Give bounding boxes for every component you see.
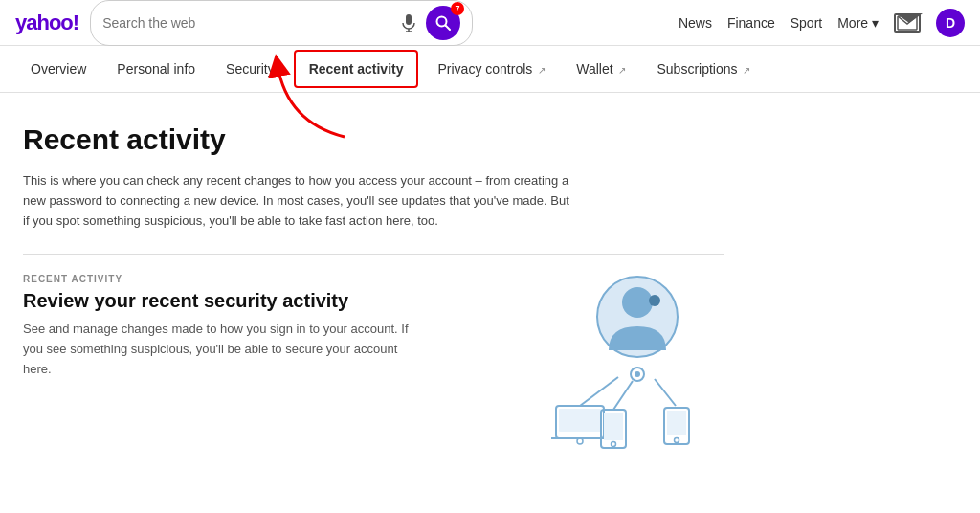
- nav-more[interactable]: More ▾: [837, 15, 879, 31]
- subnav-subscriptions[interactable]: Subscriptions ↗: [641, 48, 766, 90]
- svg-rect-22: [667, 411, 686, 435]
- user-avatar[interactable]: D: [936, 9, 965, 37]
- nav-news[interactable]: News: [679, 15, 712, 31]
- nav-links: News Finance Sport More ▾ D: [679, 9, 965, 37]
- activity-section: RECENT ACTIVITY Review your recent secur…: [23, 274, 724, 458]
- svg-point-20: [612, 442, 616, 447]
- privacy-ext-icon: ↗: [538, 65, 546, 76]
- svg-rect-19: [604, 413, 623, 440]
- subs-ext-icon: ↗: [743, 65, 750, 76]
- sub-nav: Overview Personal info Security Recent a…: [0, 46, 980, 93]
- page-title: Recent activity: [23, 123, 724, 156]
- mic-button[interactable]: [395, 10, 422, 36]
- svg-line-4: [446, 25, 451, 30]
- illustration: [513, 264, 724, 458]
- page-description: This is where you can check any recent c…: [23, 171, 578, 231]
- subnav-privacy-controls[interactable]: Privacy controls ↗: [422, 48, 561, 90]
- svg-line-12: [613, 381, 633, 410]
- nav-sport[interactable]: Sport: [791, 15, 822, 31]
- search-input[interactable]: [102, 15, 395, 31]
- svg-point-8: [649, 295, 660, 306]
- activity-description: See and manage changes made to how you s…: [23, 320, 425, 379]
- svg-line-13: [655, 379, 676, 406]
- mail-svg: [897, 15, 918, 31]
- svg-point-7: [622, 287, 653, 318]
- yahoo-logo: yahoo!: [15, 11, 78, 35]
- activity-label: RECENT ACTIVITY: [23, 274, 425, 284]
- search-button[interactable]: 7: [426, 6, 460, 40]
- svg-point-23: [675, 438, 679, 443]
- subnav-overview[interactable]: Overview: [15, 48, 101, 90]
- nav-finance[interactable]: Finance: [727, 15, 775, 31]
- svg-rect-15: [559, 409, 601, 432]
- search-container: 7: [90, 0, 473, 46]
- search-icon: [435, 15, 451, 31]
- divider: [23, 254, 724, 255]
- page-wrapper: yahoo! 7 News Finance: [0, 0, 980, 481]
- svg-rect-0: [406, 14, 412, 25]
- wallet-ext-icon: ↗: [618, 65, 626, 76]
- subnav-security[interactable]: Security: [211, 48, 290, 90]
- svg-point-10: [635, 371, 640, 377]
- security-illustration: [513, 264, 724, 456]
- activity-text: RECENT ACTIVITY Review your recent secur…: [23, 274, 425, 379]
- subnav-recent-activity[interactable]: Recent activity: [294, 50, 419, 88]
- subnav-personal-info[interactable]: Personal info: [101, 48, 211, 90]
- notif-badge: 7: [451, 2, 464, 15]
- activity-heading: Review your recent security activity: [23, 290, 425, 312]
- main-content: Recent activity This is where you can ch…: [0, 93, 746, 481]
- svg-line-11: [580, 377, 618, 406]
- svg-rect-5: [898, 16, 917, 30]
- mic-icon: [402, 14, 415, 32]
- subnav-wallet[interactable]: Wallet ↗: [561, 48, 641, 90]
- top-nav: yahoo! 7 News Finance: [0, 0, 980, 46]
- mail-icon[interactable]: [894, 13, 921, 33]
